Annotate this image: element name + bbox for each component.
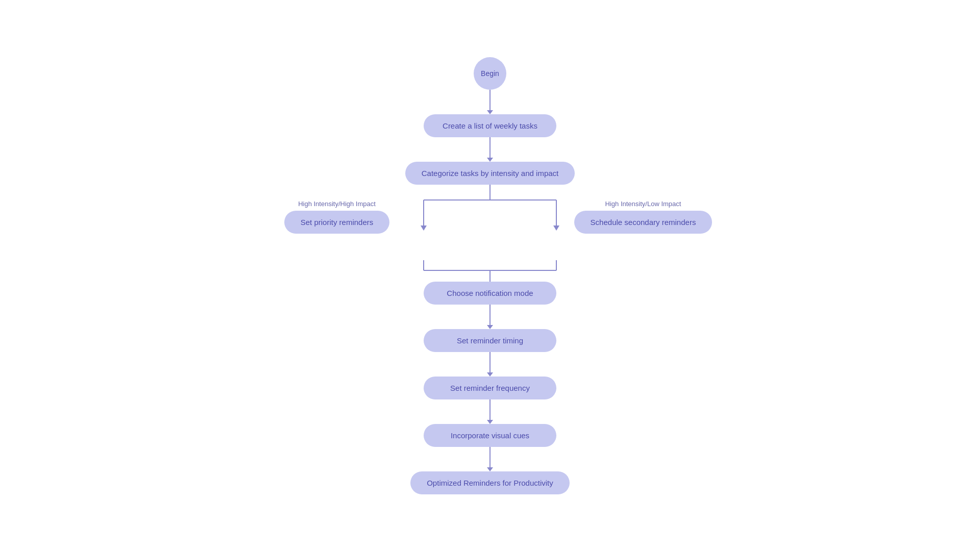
arrow-3 bbox=[487, 325, 493, 329]
begin-node: Begin bbox=[474, 57, 506, 90]
connector-1 bbox=[489, 90, 491, 110]
optimized-node: Optimized Reminders for Productivity bbox=[410, 471, 570, 494]
arrow-6 bbox=[487, 467, 493, 471]
visual-cues-node: Incorporate visual cues bbox=[424, 424, 556, 447]
arrow-5 bbox=[487, 420, 493, 424]
timing-step: Set reminder timing bbox=[424, 329, 556, 377]
arrow-2 bbox=[487, 158, 493, 162]
branch-section: High Intensity/High Impact Set priority … bbox=[337, 185, 643, 287]
set-timing-node: Set reminder timing bbox=[424, 329, 556, 352]
flowchart: Begin Create a list of weekly tasks Cate… bbox=[337, 57, 643, 494]
begin-step: Begin bbox=[474, 57, 506, 114]
svg-marker-4 bbox=[421, 226, 427, 231]
optimized-step: Optimized Reminders for Productivity bbox=[410, 471, 570, 494]
categorize-node: Categorize tasks by intensity and impact bbox=[405, 162, 575, 185]
create-list-step: Create a list of weekly tasks bbox=[424, 114, 556, 162]
create-list-node: Create a list of weekly tasks bbox=[424, 114, 556, 137]
connector-5 bbox=[489, 399, 491, 420]
notification-step: Choose notification mode bbox=[424, 282, 556, 329]
connector-2 bbox=[489, 137, 491, 158]
connector-4 bbox=[489, 352, 491, 372]
connector-6 bbox=[489, 447, 491, 467]
connector-3 bbox=[489, 305, 491, 325]
set-frequency-node: Set reminder frequency bbox=[424, 377, 556, 399]
arrow-4 bbox=[487, 372, 493, 377]
frequency-step: Set reminder frequency bbox=[424, 377, 556, 424]
branch-svg bbox=[347, 185, 633, 287]
choose-notification-node: Choose notification mode bbox=[424, 282, 556, 305]
svg-marker-6 bbox=[553, 226, 559, 231]
visual-cues-step: Incorporate visual cues bbox=[424, 424, 556, 471]
categorize-step: Categorize tasks by intensity and impact bbox=[405, 162, 575, 185]
arrow-1 bbox=[487, 110, 493, 114]
